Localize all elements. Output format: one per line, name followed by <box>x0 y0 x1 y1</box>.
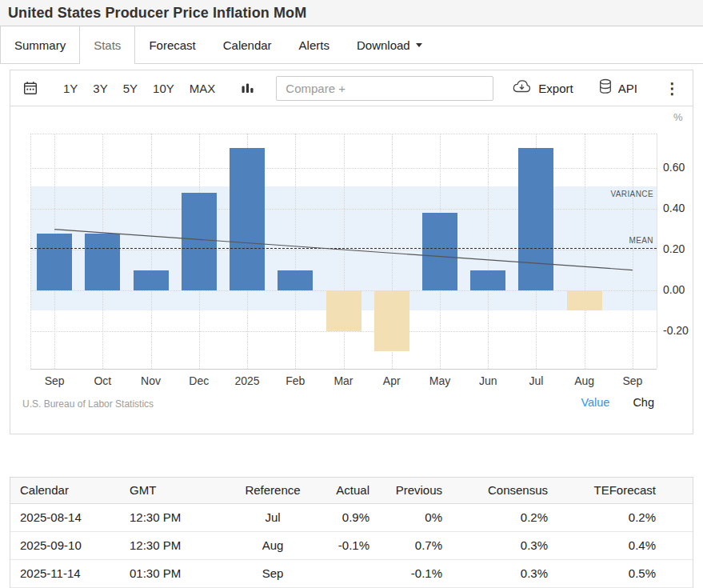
tab-download[interactable]: Download <box>343 26 436 63</box>
x-tick-label: Mar <box>319 374 367 387</box>
table-cell: Sep <box>233 559 313 587</box>
x-tick-label: 2025 <box>223 374 271 387</box>
table-cell: 0.3% <box>442 559 548 587</box>
tab-summary[interactable]: Summary <box>0 26 79 63</box>
x-tick-label: Dec <box>175 374 223 387</box>
calendar-icon[interactable] <box>22 80 38 96</box>
table-cell: 0.9% <box>313 503 369 531</box>
column-header-calendar: Calendar <box>10 478 129 503</box>
x-tick-label: May <box>416 374 464 387</box>
table-cell: 2025-09-10 <box>10 531 129 559</box>
y-tick-label: -0.20 <box>663 324 700 337</box>
x-tick-label: Nov <box>126 374 174 387</box>
table-row[interactable]: 2025-08-1412:30 PMJul0.9%0%0.2%0.2% <box>10 503 693 531</box>
column-header-previous: Previous <box>369 478 442 503</box>
y-tick-label: 0.60 <box>663 161 700 174</box>
tab-label: Download <box>357 38 410 52</box>
chart-card: % VARIANCEMEAN0.600.400.200.00-0.20SepOc… <box>10 106 693 434</box>
export-button[interactable]: Export <box>511 79 573 97</box>
table-cell: 0.7% <box>369 531 442 559</box>
mean-label: MEAN <box>30 236 653 245</box>
tab-calendar[interactable]: Calendar <box>210 26 286 63</box>
x-tick-label: Jul <box>512 374 560 387</box>
column-header-consensus: Consensus <box>442 478 548 503</box>
table-cell: 01:30 PM <box>129 559 233 587</box>
table-cell <box>313 559 369 587</box>
table-cell: -0.1% <box>313 531 369 559</box>
range-3y[interactable]: 3Y <box>93 82 107 95</box>
y-axis-unit-label: % <box>673 111 683 123</box>
x-tick-label: Jun <box>464 374 512 387</box>
table-row[interactable]: 2025-11-1401:30 PMSep-0.1%0.3%0.5% <box>10 559 693 587</box>
x-tick-label: Aug <box>561 374 609 387</box>
range-5y[interactable]: 5Y <box>123 82 138 95</box>
table-cell: 0.3% <box>442 531 548 559</box>
trend-line <box>30 134 657 369</box>
x-axis-line <box>30 369 657 370</box>
tab-label: Forecast <box>149 38 195 52</box>
tab-label: Calendar <box>223 38 272 52</box>
x-tick-label: Apr <box>368 374 416 387</box>
source-attribution: U.S. Bureau of Labor Statistics <box>22 398 154 410</box>
tab-forecast[interactable]: Forecast <box>135 26 209 63</box>
table-cell: 2025-08-14 <box>10 503 129 531</box>
caret-down-icon <box>416 43 422 47</box>
variance-label: VARIANCE <box>30 190 653 198</box>
api-label: API <box>618 82 637 95</box>
y-tick-label: 0.00 <box>663 283 700 296</box>
page: United States Producer Price Inflation M… <box>0 0 703 588</box>
x-tick-label: Sep <box>609 374 657 387</box>
tab-label: Alerts <box>299 38 330 52</box>
chart-mode-toggle: Value Chg <box>581 396 654 409</box>
x-tick-label: Feb <box>271 374 319 387</box>
tab-label: Stats <box>94 38 121 52</box>
range-selector: 1Y3Y5Y10YMAX <box>63 82 215 95</box>
tab-label: Summary <box>14 38 66 52</box>
title-band: United States Producer Price Inflation M… <box>0 0 703 26</box>
tab-bar: SummaryStatsForecastCalendarAlertsDownlo… <box>0 26 703 64</box>
kebab-menu-icon[interactable]: ⋮ <box>665 81 680 96</box>
table-cell: Aug <box>233 531 313 559</box>
api-database-icon <box>598 78 613 98</box>
table-cell: 12:30 PM <box>129 531 233 559</box>
value-toggle[interactable]: Value <box>581 396 609 409</box>
page-title: United States Producer Price Inflation M… <box>8 5 306 22</box>
table-cell: 0.4% <box>548 531 693 559</box>
bar-chart-icon[interactable] <box>242 81 254 96</box>
column-header-actual: Actual <box>313 478 369 503</box>
y-tick-label: 0.40 <box>663 202 700 214</box>
x-tick-label: Sep <box>30 374 78 387</box>
table-cell: 0.5% <box>548 559 693 587</box>
range-max[interactable]: MAX <box>190 82 216 95</box>
tab-stats[interactable]: Stats <box>79 26 135 63</box>
x-tick-label: Oct <box>78 374 126 387</box>
table-cell: Jul <box>233 503 313 531</box>
calendar-table: CalendarGMTReferenceActualPreviousConsen… <box>10 477 693 588</box>
tab-alerts[interactable]: Alerts <box>286 26 343 63</box>
table-cell: 0.2% <box>442 503 548 531</box>
compare-input[interactable] <box>276 76 493 101</box>
column-header-reference: Reference <box>233 478 313 503</box>
chg-toggle[interactable]: Chg <box>633 396 654 409</box>
plot-right-border <box>657 134 657 369</box>
table-cell: -0.1% <box>369 559 442 587</box>
table-row[interactable]: 2025-09-1012:30 PMAug-0.1%0.7%0.3%0.4% <box>10 531 693 559</box>
table-cell: 2025-11-14 <box>10 559 129 587</box>
table-cell: 0% <box>369 503 442 531</box>
table-cell: 0.2% <box>548 503 693 531</box>
column-header-teforecast: TEForecast <box>548 478 693 503</box>
y-tick-label: 0.20 <box>663 242 700 255</box>
api-button[interactable]: API <box>598 78 637 98</box>
range-10y[interactable]: 10Y <box>153 82 174 95</box>
range-1y[interactable]: 1Y <box>63 82 78 95</box>
chart-toolbar: 1Y3Y5Y10YMAX Export <box>10 70 693 106</box>
export-label: Export <box>538 82 573 95</box>
export-cloud-icon <box>511 79 533 97</box>
table-cell: 12:30 PM <box>129 503 233 531</box>
column-header-gmt: GMT <box>129 478 233 503</box>
